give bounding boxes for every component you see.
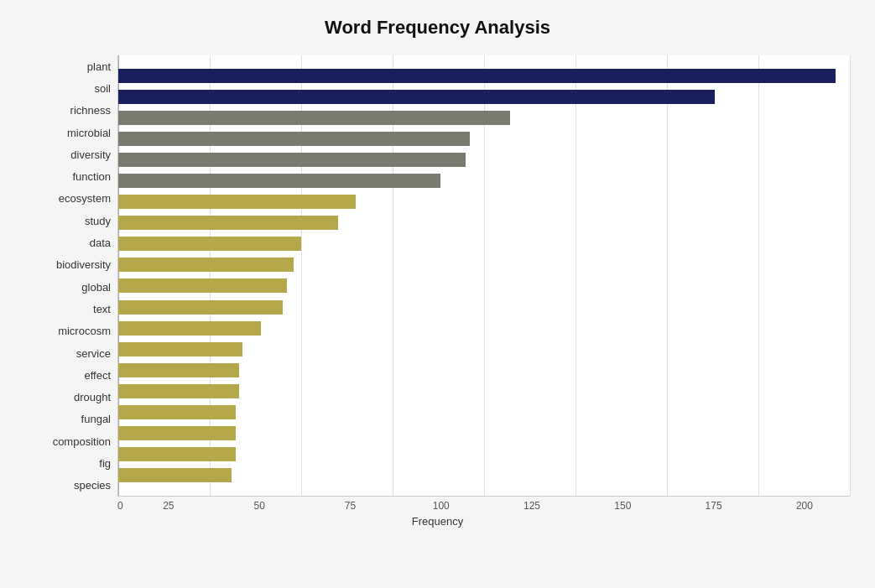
y-label-diversity: diversity — [70, 149, 111, 160]
bar-function — [118, 174, 440, 188]
y-label-plant: plant — [87, 61, 111, 72]
chart-title: Word Frequency Analysis — [25, 17, 850, 39]
bar-richness — [118, 111, 510, 125]
bar-fig — [118, 447, 236, 461]
x-tick: 100 — [396, 500, 487, 512]
y-label-soil: soil — [94, 83, 111, 94]
bar-composition — [118, 426, 236, 440]
bar-effect — [118, 363, 239, 377]
y-label-effect: effect — [84, 370, 111, 381]
y-label-ecosystem: ecosystem — [59, 193, 111, 204]
bar-row — [118, 214, 850, 232]
bar-data — [118, 237, 301, 251]
bar-service — [118, 342, 242, 356]
y-label-text: text — [93, 304, 111, 315]
bar-study — [118, 216, 338, 230]
bar-text — [118, 300, 283, 315]
x-tick: 0 — [117, 500, 123, 512]
bars-section — [117, 55, 850, 497]
y-label-microcosm: microcosm — [58, 325, 111, 336]
x-tick: 200 — [759, 500, 850, 512]
bar-biodiversity — [118, 258, 294, 272]
bar-row — [118, 277, 850, 295]
bar-row — [118, 298, 850, 316]
bar-diversity — [118, 153, 466, 167]
bar-ecosystem — [118, 195, 356, 209]
bar-row — [118, 445, 850, 463]
y-label-microbial: microbial — [67, 127, 111, 138]
bar-row — [118, 403, 850, 421]
grid-line — [850, 55, 851, 496]
bar-microbial — [118, 132, 470, 146]
bar-fungal — [118, 405, 236, 419]
y-label-species: species — [74, 480, 111, 491]
bar-row — [118, 382, 850, 400]
bar-row — [118, 361, 850, 379]
bar-plant — [118, 69, 836, 83]
bar-row — [118, 256, 850, 274]
bar-row — [118, 67, 850, 86]
bar-row — [118, 424, 850, 442]
bar-row — [118, 319, 850, 337]
bar-microcosm — [118, 321, 261, 336]
chart-container: Word Frequency Analysis plantsoilrichnes… — [0, 0, 875, 588]
bar-row — [118, 109, 850, 127]
x-axis-label: Frequency — [25, 515, 850, 528]
bar-row — [118, 172, 850, 190]
bar-soil — [118, 90, 715, 104]
y-label-drought: drought — [74, 392, 111, 403]
y-label-global: global — [81, 282, 111, 293]
bar-row — [118, 193, 850, 211]
y-label-data: data — [90, 237, 111, 248]
bar-drought — [118, 384, 239, 398]
x-tick: 25 — [123, 500, 214, 512]
bar-row — [118, 340, 850, 358]
y-label-composition: composition — [53, 436, 111, 447]
y-label-richness: richness — [70, 105, 111, 116]
y-axis: plantsoilrichnessmicrobialdiversityfunct… — [25, 55, 117, 497]
bar-global — [118, 278, 287, 293]
bar-row — [118, 466, 850, 484]
x-tick: 175 — [668, 500, 758, 512]
x-tick: 125 — [487, 500, 577, 512]
bar-row — [118, 130, 850, 148]
bar-row — [118, 151, 850, 169]
x-tick: 75 — [305, 500, 395, 512]
bar-row — [118, 88, 850, 107]
y-label-function: function — [72, 171, 111, 182]
x-tick: 150 — [577, 500, 668, 512]
x-tick: 50 — [214, 500, 305, 512]
y-label-biodiversity: biodiversity — [56, 259, 111, 270]
bar-species — [118, 468, 232, 482]
bar-row — [118, 235, 850, 253]
y-label-fig: fig — [99, 458, 111, 469]
y-label-service: service — [76, 348, 111, 359]
y-label-study: study — [85, 216, 111, 226]
y-label-fungal: fungal — [81, 414, 111, 424]
